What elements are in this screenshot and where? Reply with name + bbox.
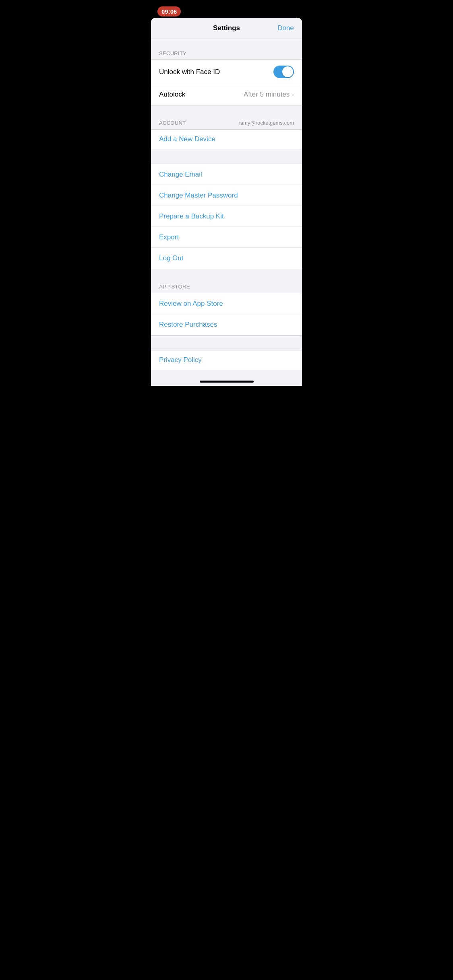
account-section-header: ACCOUNT ramy@rocketgems.com [151, 120, 302, 129]
security-section-header: SECURITY [151, 50, 302, 60]
nav-bar: Settings Done [151, 18, 302, 39]
time-display: 09:06 [157, 6, 181, 16]
autolock-value: After 5 minutes [244, 91, 290, 99]
autolock-item[interactable]: Autolock After 5 minutes › [151, 84, 302, 105]
appstore-section-header: APP STORE [151, 284, 302, 293]
add-new-device-item[interactable]: Add a New Device [151, 130, 302, 149]
settings-modal: Settings Done SECURITY Unlock with Face … [151, 18, 302, 386]
page-title: Settings [213, 24, 240, 32]
face-id-toggle[interactable] [273, 66, 294, 78]
account-label: ACCOUNT [159, 120, 186, 126]
export-item[interactable]: Export [151, 227, 302, 248]
account-section-gap [151, 105, 302, 120]
review-app-store-item[interactable]: Review on App Store [151, 293, 302, 314]
security-label: SECURITY [159, 50, 186, 56]
face-id-label: Unlock with Face ID [159, 68, 220, 76]
log-out-item[interactable]: Log Out [151, 248, 302, 269]
account-add-device-section: Add a New Device [151, 129, 302, 149]
account-links-list: Change Email Change Master Password Prep… [151, 164, 302, 269]
home-indicator [200, 381, 254, 383]
appstore-label: APP STORE [159, 284, 190, 290]
privacy-policy-label: Privacy Policy [159, 356, 202, 364]
appstore-section-gap [151, 269, 302, 284]
legal-gap [151, 336, 302, 350]
account-email: ramy@rocketgems.com [239, 120, 294, 126]
status-bar: 09:06 [151, 0, 302, 18]
face-id-item[interactable]: Unlock with Face ID [151, 60, 302, 84]
change-master-password-label: Change Master Password [159, 191, 238, 200]
log-out-label: Log Out [159, 254, 184, 262]
account-gap [151, 149, 302, 164]
security-list: Unlock with Face ID Autolock After 5 min… [151, 60, 302, 105]
bottom-area [151, 370, 302, 386]
security-section-spacer [151, 39, 302, 50]
prepare-backup-kit-item[interactable]: Prepare a Backup Kit [151, 206, 302, 227]
restore-purchases-item[interactable]: Restore Purchases [151, 314, 302, 335]
toggle-knob [282, 66, 293, 77]
prepare-backup-kit-label: Prepare a Backup Kit [159, 212, 224, 220]
autolock-right: After 5 minutes › [244, 91, 294, 99]
change-email-label: Change Email [159, 171, 202, 179]
change-master-password-item[interactable]: Change Master Password [151, 185, 302, 206]
export-label: Export [159, 233, 179, 241]
change-email-item[interactable]: Change Email [151, 164, 302, 185]
done-button[interactable]: Done [277, 24, 294, 32]
review-app-store-label: Review on App Store [159, 300, 223, 308]
restore-purchases-label: Restore Purchases [159, 321, 217, 329]
add-new-device-label: Add a New Device [159, 135, 215, 143]
privacy-policy-item[interactable]: Privacy Policy [151, 350, 302, 370]
autolock-chevron: › [292, 91, 294, 98]
appstore-list: Review on App Store Restore Purchases [151, 293, 302, 336]
autolock-label: Autolock [159, 91, 185, 99]
